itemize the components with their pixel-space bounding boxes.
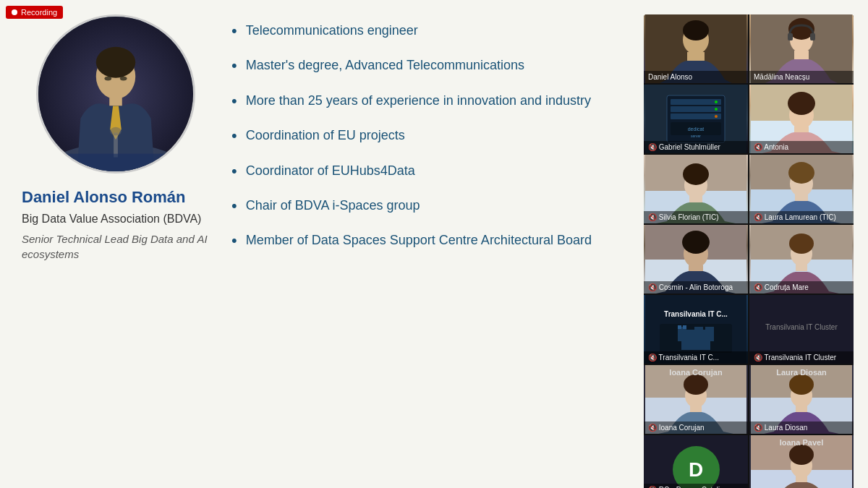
madalina-label: Mădălina Neacșu [749, 71, 854, 83]
dragos-avatar: D [673, 446, 720, 488]
svg-rect-61 [694, 327, 703, 341]
speaker-title: Senior Technical Lead Big Data and AI ec… [22, 231, 210, 262]
svg-rect-7 [114, 133, 118, 158]
svg-rect-23 [671, 106, 721, 112]
speaker-info: Daniel Alonso Román Big Data Value Assoc… [14, 188, 217, 262]
svg-point-39 [683, 163, 709, 185]
mic-muted-icon-transylvania1: 🔇 [648, 354, 657, 361]
svg-rect-18 [788, 33, 793, 40]
codruta-label: 🔇 Codruța Mare [749, 281, 854, 294]
speaker-photo-container [36, 14, 195, 174]
mic-muted-icon-gabriel: 🔇 [648, 143, 657, 151]
svg-point-80 [789, 445, 814, 465]
video-cell-transylvania2: Transilvania IT Cluster 🔇 Transilvania I… [749, 295, 854, 364]
video-cell-ioana-p: Ioana Pavel 🔇 Ioana Pavel [749, 435, 854, 488]
recording-dot [12, 9, 17, 15]
svg-rect-13 [687, 52, 705, 61]
svg-point-6 [120, 77, 127, 81]
mic-muted-icon-codruta: 🔇 [754, 283, 762, 291]
recording-label: Recording [21, 8, 57, 17]
svg-rect-71 [690, 406, 702, 413]
svg-point-44 [788, 162, 814, 184]
video-cell-silvia: 🔇 Silvia Florian (TIC) [644, 155, 748, 223]
video-cell-antonia: 🔇 Antonia [749, 85, 854, 153]
daniel-label: Daniel Alonso [644, 71, 748, 83]
video-cell-laura-d: Laura Diosan 🔇 Laura Diosan [749, 365, 854, 434]
speaker-name: Daniel Alonso Román [22, 188, 210, 207]
bullet-item-5: Coordinator of EUHubs4Data [231, 162, 629, 181]
speaker-photo [38, 17, 193, 171]
svg-rect-22 [671, 99, 721, 105]
laura-d-label: 🔇 Laura Diosan [749, 421, 854, 434]
left-panel: Daniel Alonso Román Big Data Value Assoc… [14, 14, 217, 488]
video-cell-cosmin: 🔇 Cosmin - Alin Botoroga [644, 225, 748, 294]
dragos-label: 🔇 RO - Dragos Catalin Barbu [644, 484, 748, 488]
video-cell-madalina: Mădălina Neacșu [749, 14, 854, 83]
svg-point-70 [684, 374, 708, 395]
svg-rect-64 [683, 325, 686, 329]
mic-muted-icon-transylvania2: 🔇 [754, 354, 762, 361]
svg-text:server: server [691, 134, 701, 138]
svg-point-26 [715, 108, 718, 111]
svg-rect-4 [109, 95, 122, 106]
bullet-item-6: Chair of BDVA i-Spaces group [231, 197, 629, 215]
svg-rect-9 [38, 154, 193, 171]
mic-muted-icon-cosmin: 🔇 [648, 283, 657, 291]
silvia-label: 🔇 Silvia Florian (TIC) [644, 211, 748, 223]
svg-rect-62 [705, 327, 714, 341]
gabriel-label: 🔇 Gabriel Stuhlmüller [644, 141, 748, 153]
svg-point-75 [789, 374, 814, 395]
svg-rect-24 [671, 114, 721, 119]
video-cell-gabriel: dedicat server 🔇 Gabriel Stuhlmüller [644, 85, 748, 153]
video-cell-ioana: Ioana Corujan 🔇 Ioana Corujan [644, 365, 748, 434]
svg-rect-63 [678, 325, 681, 329]
mic-muted-icon-laura-d: 🔇 [754, 424, 762, 432]
laura-l-label: 🔇 Laura Lamurean (TIC) [749, 211, 854, 223]
bullet-list: Telecommunications engineer Master's deg… [231, 22, 629, 251]
mic-muted-icon-antonia: 🔇 [754, 143, 762, 151]
svg-rect-17 [794, 51, 809, 59]
svg-point-25 [715, 100, 718, 103]
video-cell-transylvania1: Transilvania IT C... 🔇 Transilvania IT C… [644, 295, 748, 364]
svg-text:dedicat: dedicat [688, 127, 705, 132]
video-grid: Daniel Alonso Mădălina Neacșu [644, 14, 854, 488]
svg-point-8 [110, 127, 122, 136]
recording-badge: Recording [6, 6, 63, 19]
svg-text:Transilvania IT Cluster: Transilvania IT Cluster [765, 323, 838, 331]
speaker-org: Big Data Value Association (BDVA) [22, 213, 210, 226]
svg-point-34 [788, 92, 815, 115]
mic-muted-icon-laura-l: 🔇 [754, 213, 762, 221]
svg-point-3 [96, 47, 135, 78]
svg-rect-55 [796, 264, 807, 271]
right-panel: Daniel Alonso Mădălina Neacșu [644, 14, 854, 488]
mic-muted-icon-ioana: 🔇 [648, 424, 657, 432]
video-cell-daniel: Daniel Alonso [644, 14, 748, 83]
bullet-item-2: Master's degree, Advanced Telecommunicat… [231, 56, 629, 75]
video-cell-codruta: 🔇 Codruța Mare [749, 225, 854, 294]
svg-point-54 [789, 234, 814, 254]
ioana-label: 🔇 Ioana Corujan [644, 421, 748, 434]
content-area: Daniel Alonso Román Big Data Value Assoc… [0, 0, 868, 488]
bullet-item-3: More than 25 years of experience in inno… [231, 92, 629, 111]
svg-point-49 [682, 231, 710, 254]
svg-rect-76 [796, 406, 807, 413]
video-cell-dragos: D 🔇 RO - Dragos Catalin Barbu [644, 435, 748, 488]
center-panel: Telecommunications engineer Master's deg… [231, 14, 629, 488]
video-cell-laura-l: 🔇 Laura Lamurean (TIC) [749, 155, 854, 223]
mic-muted-icon-silvia: 🔇 [648, 213, 657, 221]
svg-point-5 [104, 77, 111, 81]
svg-text:Transilvania IT C...: Transilvania IT C... [664, 310, 728, 318]
svg-rect-81 [796, 476, 807, 483]
svg-rect-19 [810, 33, 815, 40]
transylvania2-label: 🔇 Transilvania IT Cluster [749, 351, 854, 364]
antonia-label: 🔇 Antonia [749, 141, 854, 153]
main-container: Recording [0, 0, 868, 488]
svg-point-12 [683, 20, 709, 40]
svg-point-27 [715, 115, 718, 118]
bullet-item-4: Coordination of EU projects [231, 127, 629, 145]
bullet-item-1: Telecommunications engineer [231, 22, 629, 40]
cosmin-label: 🔇 Cosmin - Alin Botoroga [644, 281, 748, 294]
bullet-item-7: Member of Data Spaces Support Centre Arc… [231, 231, 629, 250]
transylvania1-label: 🔇 Transilvania IT C... [644, 351, 748, 364]
